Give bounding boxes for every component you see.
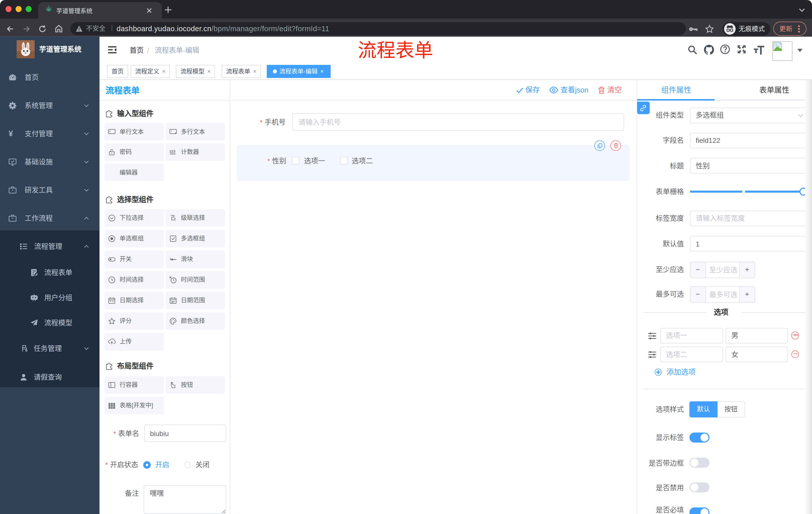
svg-text:123: 123 — [169, 149, 175, 153]
